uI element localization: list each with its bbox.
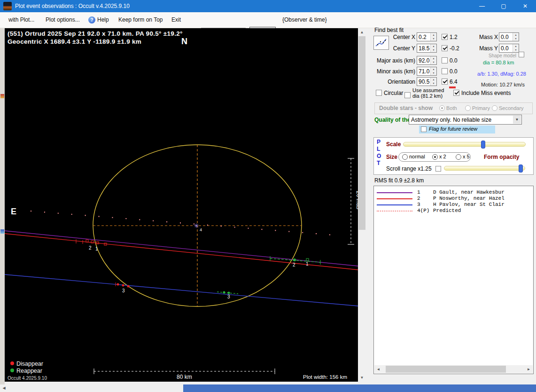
size-x2-radio[interactable] — [432, 154, 438, 160]
scale-slider-thumb[interactable] — [481, 141, 485, 149]
plot-letter-o: O — [377, 153, 381, 159]
include-miss-checkbox[interactable] — [453, 90, 459, 96]
plot-vertical-scrollbar[interactable]: ▲ ▼ — [358, 28, 366, 382]
minor-axis-offset: 0.0 — [450, 68, 458, 75]
plot-area[interactable]: (551) Ortrud 2025 Sep 21 92.0 x 71.0 km.… — [5, 28, 358, 382]
plot-header-line1: (551) Ortrud 2025 Sep 21 92.0 x 71.0 km.… — [8, 30, 183, 37]
assumed-label-2: dia (81.2 km) — [412, 93, 443, 99]
km-scale-label: 80 km — [177, 374, 192, 380]
orientation-offset: 6.4 — [450, 78, 458, 85]
find-best-fit-label: Find best fit — [374, 27, 404, 33]
marker-label-r1: 1 — [306, 261, 309, 267]
best-fit-button[interactable] — [373, 36, 389, 50]
station-listbox[interactable]: 1 D Gault, near Hawkesbur 2 P Nosworthy,… — [373, 186, 534, 374]
mass-x-spinner[interactable]: 0.0 ▲ ▼ — [499, 32, 519, 41]
listbox-horizontal-scrollbar[interactable]: ◀ ▶ — [374, 365, 533, 373]
spin-down-icon[interactable]: ▼ — [430, 71, 436, 75]
menu-plot-options[interactable]: Plot options... — [46, 16, 80, 23]
dropdown-arrow-icon[interactable]: ▼ — [513, 116, 521, 124]
scroll-range-checkbox[interactable] — [435, 166, 441, 172]
horizontal-scrollbar-thumb[interactable] — [183, 384, 536, 392]
disappear-markers-3 — [116, 282, 130, 288]
center-x-spinner[interactable]: 0.2 ▲ ▼ — [417, 32, 437, 41]
center-x-label: Center X — [392, 34, 415, 40]
scroll-range-slider[interactable] — [444, 166, 525, 171]
spin-down-icon[interactable]: ▼ — [430, 48, 436, 52]
menu-help[interactable]: Help — [97, 16, 109, 23]
center-y-adjust-checkbox[interactable] — [442, 45, 448, 51]
menu-with-plot[interactable]: with Plot... — [8, 16, 34, 23]
fit-chart-icon — [375, 38, 387, 48]
major-axis-adjust-checkbox[interactable] — [442, 57, 448, 63]
menu-bar: with Plot... Plot options... ? Help Keep… — [0, 12, 536, 28]
orientation-spinner[interactable]: 90.5 ▲ ▼ — [417, 77, 437, 86]
double-primary-radio[interactable] — [465, 105, 471, 111]
reappear-dot-icon — [10, 368, 14, 372]
close-button[interactable]: ✕ — [514, 0, 536, 12]
plot-canvas[interactable]: (551) Ortrud 2025 Sep 21 92.0 x 71.0 km.… — [5, 28, 358, 382]
spin-down-icon[interactable]: ▼ — [430, 81, 436, 86]
plot-letter-t: T — [377, 160, 380, 166]
app-window: Plot event observations : Occult v.4.202… — [0, 0, 536, 392]
mass-y-label: Mass Y — [478, 45, 498, 52]
listbox-scrollbar-thumb[interactable] — [386, 366, 506, 373]
double-both-radio[interactable] — [439, 105, 445, 111]
scroll-up-icon[interactable]: ▲ — [358, 28, 366, 36]
minimize-button[interactable]: — — [471, 0, 493, 12]
spin-down-icon[interactable]: ▼ — [513, 48, 519, 52]
plot-version-label: Occult 4.2025.9.10 — [8, 376, 47, 381]
flag-review-checkbox[interactable] — [421, 126, 427, 132]
plot-header-line2: Geocentric X 1689.4 ±3.1 Y -1189.9 ±1.9 … — [8, 38, 141, 45]
menu-keep-on-top[interactable]: Keep form on Top — [118, 16, 163, 23]
minor-axis-adjust-checkbox[interactable] — [442, 68, 448, 74]
orientation-adjust-checkbox[interactable] — [442, 78, 448, 85]
major-axis-offset: 0.0 — [450, 57, 458, 64]
circular-checkbox[interactable] — [376, 90, 382, 96]
scroll-left-icon[interactable]: ◀ — [374, 365, 382, 373]
center-y-offset: -0.2 — [450, 45, 459, 52]
size-normal-radio[interactable] — [402, 154, 408, 160]
center-x-adjust-checkbox[interactable] — [442, 34, 448, 40]
chord-2-line-sample — [377, 198, 412, 199]
use-assumed-dia-checkbox[interactable] — [404, 92, 411, 98]
station-row-3[interactable]: 3 H Pavlov, near St Clair — [375, 202, 532, 208]
dia-note: dia = 80.8 km — [483, 60, 514, 65]
mass-x-label: Mass X — [478, 34, 498, 40]
chord-1-gault[interactable] — [5, 231, 358, 266]
plot-controls-panel: P L O T Scale Size normal x 2 x 5 Form o… — [373, 137, 534, 175]
form-opacity-label: Form opacity — [484, 154, 519, 160]
scroll-range-slider-thumb[interactable] — [519, 165, 523, 172]
scroll-down-icon[interactable]: ▼ — [358, 374, 366, 382]
spin-down-icon[interactable]: ▼ — [430, 60, 436, 64]
vertical-scrollbar-thumb[interactable] — [358, 36, 365, 230]
double-secondary-label: Secondary — [499, 105, 524, 111]
quality-combobox[interactable]: Astrometry only. No reliable size ▼ — [409, 115, 522, 125]
observer-time-label[interactable]: {Observer & time} — [282, 16, 327, 23]
plot-letter-l: L — [377, 146, 380, 152]
station-row-1[interactable]: 1 D Gault, near Hawkesbur — [375, 189, 532, 196]
menu-exit[interactable]: Exit — [171, 16, 181, 23]
chord-3-pavlov[interactable] — [5, 274, 358, 306]
center-y-spinner[interactable]: 18.5 ▲ ▼ — [417, 44, 437, 53]
station-row-4[interactable]: 4(P) Predicted — [375, 208, 532, 214]
spin-down-icon[interactable]: ▼ — [513, 37, 519, 41]
help-icon[interactable]: ? — [88, 16, 95, 24]
chord-2-nosworthy[interactable] — [5, 234, 358, 270]
double-secondary-radio[interactable] — [492, 105, 497, 111]
major-axis-label: Major axis (km) — [376, 57, 415, 64]
station-row-2[interactable]: 2 P Nosworthy, near Hazel — [375, 196, 532, 202]
minor-axis-spinner[interactable]: 71.0 ▲ ▼ — [417, 67, 437, 76]
marker-label-r2: 2 — [293, 262, 295, 267]
mass-y-spinner[interactable]: 0.0 ▲ ▼ — [499, 44, 519, 53]
shape-model-checkbox[interactable] — [519, 52, 524, 57]
major-axis-spinner[interactable]: 92.0 ▲ ▼ — [417, 56, 437, 65]
size-x5-radio[interactable] — [456, 154, 461, 160]
scroll-left-icon[interactable]: ◀ — [0, 384, 8, 392]
spin-down-icon[interactable]: ▼ — [430, 37, 436, 41]
shape-model-label: Shape model — [489, 53, 516, 58]
double-stars-title: Double stars - show — [379, 105, 433, 111]
scale-slider[interactable] — [403, 142, 526, 147]
maximize-button[interactable]: ▢ — [493, 0, 514, 12]
scroll-right-icon[interactable]: ▶ — [525, 365, 533, 373]
window-horizontal-scrollbar[interactable]: ◀ — [0, 384, 536, 392]
